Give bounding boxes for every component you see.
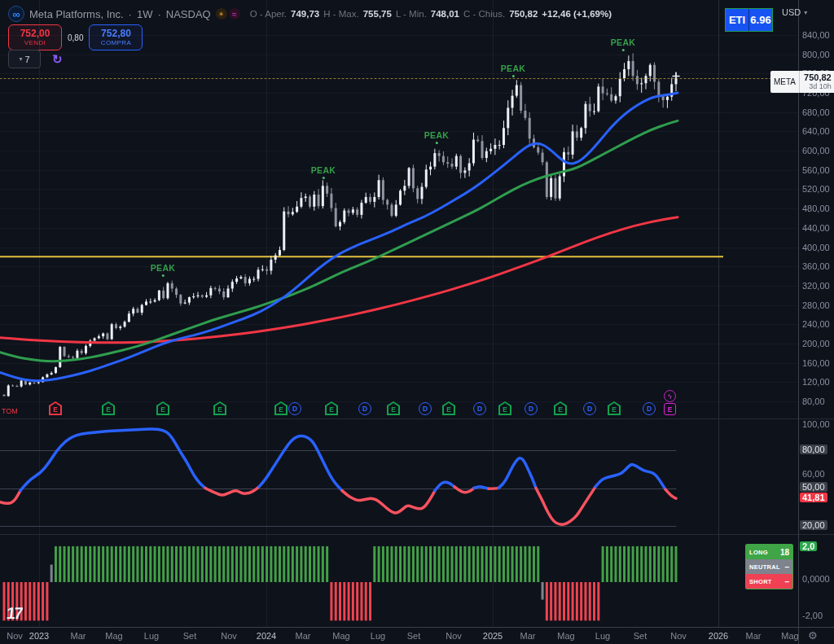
current-price-label: META 750,82 3d 10h bbox=[770, 71, 834, 93]
trade-panel: 752,00 VENDI 0,80 752,80 COMPRA bbox=[8, 24, 143, 50]
time-axis-label: Mag bbox=[332, 631, 349, 641]
time-axis-label: Nov bbox=[446, 631, 462, 641]
ohlc-readout: O - Aper. 749,73 H - Max. 755,75 L - Min… bbox=[250, 9, 612, 19]
histogram-legend: LONG 18 NEUTRAL – SHORT – bbox=[745, 544, 793, 589]
price-axis-label: 520,00 bbox=[802, 184, 830, 194]
peak-marker-label: PEAK bbox=[424, 130, 449, 140]
signal-badge-d: D bbox=[419, 402, 432, 415]
close-value: 750,82 bbox=[509, 9, 538, 19]
signal-badge-letter: E bbox=[554, 401, 567, 415]
buy-button[interactable]: 752,80 COMPRA bbox=[89, 24, 143, 50]
eti-badge[interactable]: ETI 6.96 bbox=[725, 8, 773, 32]
signal-badge-letter: E bbox=[498, 401, 511, 415]
time-axis-label: Lug bbox=[144, 631, 159, 641]
signal-badge-current: E bbox=[664, 403, 676, 415]
time-axis-label: Lug bbox=[595, 631, 610, 641]
signal-badge-letter: E bbox=[608, 401, 621, 415]
signal-badge-e: E bbox=[442, 401, 455, 415]
price-axis-label: 160,00 bbox=[802, 358, 830, 368]
time-axis-label: Mar bbox=[520, 631, 536, 641]
price-axis-label: 800,00 bbox=[802, 50, 830, 59]
price-axis-label: 360,00 bbox=[802, 261, 830, 271]
gear-icon[interactable]: ⚙ bbox=[808, 629, 818, 642]
histogram-axis-label: -2,00 bbox=[802, 611, 823, 620]
price-axis-label: 440,00 bbox=[802, 223, 830, 233]
legend-long-value: 18 bbox=[780, 548, 789, 557]
price-axis-label: 320,00 bbox=[802, 281, 830, 291]
chart-window: ∞ Meta Platforms, Inc. · 1W · NASDAQ ☀ ≈… bbox=[0, 0, 834, 644]
price-axis-label: 280,00 bbox=[802, 300, 830, 310]
chart-canvas[interactable] bbox=[0, 0, 834, 644]
signal-badge-e: E bbox=[274, 401, 288, 415]
separator: · bbox=[157, 8, 160, 20]
peak-marker: PEAK bbox=[501, 64, 525, 77]
legend-neutral-value: – bbox=[784, 563, 789, 572]
low-label: L - Min. bbox=[396, 9, 427, 19]
legend-row-long: LONG 18 bbox=[746, 545, 792, 559]
time-axis-label: 2024 bbox=[257, 631, 276, 641]
oscillator-axis-label: 20,00 bbox=[800, 520, 827, 530]
buy-price: 752,80 bbox=[101, 28, 131, 39]
chevron-down-icon: ▾ bbox=[804, 9, 807, 16]
time-axis-label: Mar bbox=[746, 631, 762, 641]
close-label: C - Chius. bbox=[463, 9, 505, 19]
bottom-marker-text: TOM bbox=[2, 407, 18, 415]
peak-marker-label: PEAK bbox=[501, 64, 525, 73]
price-axis-label: 400,00 bbox=[802, 243, 830, 252]
signal-badge-e: E bbox=[102, 401, 115, 415]
legend-short-label: SHORT bbox=[749, 578, 772, 585]
tradingview-logo[interactable]: 17 bbox=[6, 604, 23, 623]
peak-marker: PEAK bbox=[424, 130, 449, 144]
signal-badge-d: D bbox=[525, 402, 538, 415]
low-value: 748,01 bbox=[431, 9, 459, 19]
oscillator-axis-label: 50,00 bbox=[800, 482, 827, 492]
signal-badge-letter: E bbox=[387, 401, 400, 415]
signal-badge-e: E bbox=[156, 401, 169, 415]
peak-marker-dot bbox=[512, 75, 515, 77]
legend-row-neutral: NEUTRAL – bbox=[746, 559, 792, 574]
peak-marker-label: PEAK bbox=[311, 165, 336, 175]
signal-badge-d: D bbox=[583, 402, 596, 415]
time-axis-label: 2026 bbox=[709, 631, 728, 641]
signal-badge-letter: E bbox=[274, 401, 288, 415]
eti-label: ETI bbox=[726, 9, 748, 31]
signal-badge-e: E bbox=[325, 401, 338, 415]
symbol-title[interactable]: Meta Platforms, Inc. bbox=[29, 8, 124, 20]
legend-neutral-label: NEUTRAL bbox=[749, 563, 780, 571]
time-axis-label: Set bbox=[183, 631, 197, 641]
candle-count-button[interactable]: ▾ 7 bbox=[8, 50, 41, 68]
signal-badge-e: E bbox=[554, 401, 567, 415]
signal-badge-letter: E bbox=[49, 401, 62, 415]
signal-badge-e: E bbox=[498, 401, 511, 415]
signal-badge-letter: E bbox=[325, 401, 338, 415]
legend-short-value: – bbox=[784, 577, 789, 586]
oscillator-axis-label: 41,81 bbox=[800, 493, 827, 502]
peak-marker: PEAK bbox=[311, 165, 336, 179]
sell-button[interactable]: 752,00 VENDI bbox=[8, 24, 62, 50]
wave-icon: ≈ bbox=[229, 8, 240, 20]
timeframe[interactable]: 1W bbox=[137, 8, 153, 20]
high-value: 755,75 bbox=[363, 9, 392, 19]
signal-badge-e: E bbox=[213, 401, 226, 415]
time-axis-label: Mar bbox=[296, 631, 311, 641]
time-axis-label: Mag bbox=[105, 631, 122, 641]
spread-value: 0,80 bbox=[68, 33, 83, 42]
price-axis-label: 600,00 bbox=[802, 146, 830, 156]
signal-badge-letter: E bbox=[442, 401, 455, 415]
signal-badge-e: E bbox=[49, 401, 62, 415]
price-axis-label: 120,00 bbox=[802, 377, 830, 387]
signal-badge-d: D bbox=[358, 402, 371, 415]
eti-value: 6.96 bbox=[749, 9, 772, 31]
sync-icon[interactable]: ↻ bbox=[52, 52, 63, 67]
chevron-down-icon: ▾ bbox=[19, 55, 22, 63]
peak-marker-label: PEAK bbox=[611, 37, 635, 47]
peak-marker-dot bbox=[323, 177, 325, 179]
currency-dropdown[interactable]: USD ▾ bbox=[782, 7, 807, 17]
peak-marker-dot bbox=[436, 142, 438, 144]
signal-badge-d: D bbox=[288, 402, 301, 415]
time-axis-label: 2023 bbox=[29, 631, 49, 641]
open-label: O - Aper. bbox=[250, 9, 287, 19]
peak-marker: PEAK bbox=[611, 37, 635, 51]
signal-badge-letter: E bbox=[102, 401, 115, 415]
peak-marker-dot bbox=[622, 49, 625, 51]
